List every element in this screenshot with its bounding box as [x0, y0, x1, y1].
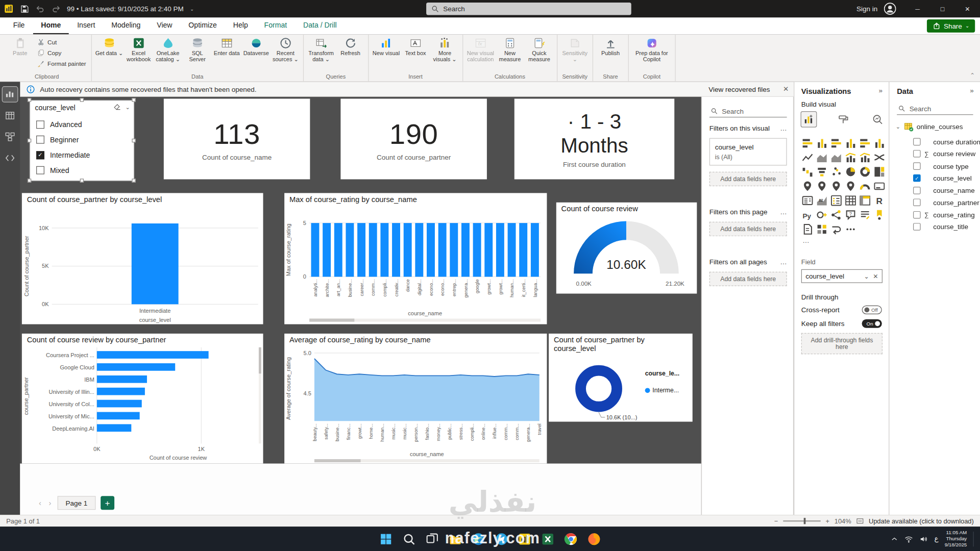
resize-handle[interactable] [80, 98, 84, 102]
zoom-in-icon[interactable]: + [825, 517, 829, 525]
field-checkbox[interactable] [913, 187, 921, 194]
table-view-button[interactable] [3, 108, 17, 123]
slicer-item-beginner[interactable]: Beginner [36, 132, 130, 147]
update-available-link[interactable]: Update available (click to download) [869, 517, 974, 525]
ribbon-button-new-measure[interactable]: New measure [496, 36, 524, 63]
menu-tab-insert[interactable]: Insert [69, 17, 103, 34]
visual-type-scatter-icon[interactable] [830, 165, 842, 178]
field-course-rating[interactable]: ∑course_rating [889, 209, 980, 221]
visual-type-table-icon[interactable] [844, 194, 856, 207]
field-course-title[interactable]: course_title [889, 221, 980, 233]
ribbon-button-recent-sources[interactable]: Recent sources ⌄ [271, 36, 300, 63]
clear-selections-icon[interactable] [113, 104, 121, 111]
visual-type-slicer-icon[interactable] [830, 194, 842, 207]
menu-tab-home[interactable]: Home [33, 17, 69, 34]
ribbon-button-text-box[interactable]: Text box [401, 36, 430, 57]
remove-field-icon[interactable]: ✕ [873, 272, 878, 279]
chevron-down-icon[interactable]: ⌄ [125, 104, 130, 110]
edge-icon[interactable] [471, 531, 486, 546]
visual-type-decomposition-tree-icon[interactable] [830, 209, 842, 221]
visual-type-paginated-report-icon[interactable] [801, 223, 814, 235]
visual-type-smart-narrative-icon[interactable] [859, 209, 871, 221]
bar-archite[interactable] [323, 223, 331, 277]
field-checkbox[interactable] [913, 150, 921, 158]
fit-to-page-icon[interactable] [856, 517, 864, 525]
sign-in-button[interactable]: Sign in [856, 5, 877, 13]
visual-type-matrix-icon[interactable] [859, 194, 871, 207]
slicer-item-advanced[interactable]: Advanced [36, 117, 130, 132]
checkbox[interactable]: ✓ [36, 151, 44, 159]
cross-report-toggle[interactable]: Off [862, 306, 882, 314]
bar-google-cloud[interactable] [97, 363, 175, 371]
slicer-item-mixed[interactable]: Mixed [36, 163, 130, 178]
visual-type-line-icon[interactable] [801, 151, 814, 163]
filters-search-input[interactable]: Search [709, 106, 787, 117]
bar-coursera-project[interactable] [97, 351, 209, 359]
power-bi-icon[interactable] [517, 531, 532, 546]
bar-analyti[interactable] [311, 223, 319, 277]
column-chart-max-rating-by-course[interactable]: Max of course_rating by course_name 50an… [284, 193, 547, 324]
field-course-review[interactable]: ∑course review [889, 148, 980, 160]
resize-handle[interactable] [80, 179, 84, 182]
more-visual-options-icon[interactable]: … [802, 237, 809, 244]
bar-digital[interactable] [415, 223, 423, 277]
visual-type-funnel-icon[interactable] [816, 165, 828, 178]
new-page-button[interactable]: + [101, 496, 114, 510]
bar-langua[interactable] [531, 223, 539, 277]
more-options-icon[interactable]: … [780, 208, 787, 216]
ribbon-button-prep-data-for-copilot[interactable]: Prep data for Copilot [632, 36, 672, 63]
global-search-input[interactable]: Search [426, 3, 631, 15]
bar-ibm[interactable] [97, 375, 147, 383]
dax-query-view-button[interactable] [3, 151, 17, 165]
visual-type-azure-map-icon[interactable] [844, 180, 856, 192]
more-options-icon[interactable]: … [780, 124, 787, 132]
bar-deeplearning-ai[interactable] [97, 424, 131, 432]
menu-tab-file[interactable]: File [5, 17, 33, 34]
field-checkbox[interactable]: ✓ [913, 174, 921, 182]
bar-google[interactable] [473, 223, 481, 277]
banner-close-icon[interactable]: ✕ [783, 85, 789, 93]
ribbon-button-more-visuals[interactable]: More visuals ⌄ [430, 36, 459, 63]
model-view-button[interactable] [3, 129, 17, 144]
report-canvas[interactable]: course_level ⌄ AdvancedBeginner✓Intermed… [20, 97, 701, 464]
ribbon-button-quick-measure[interactable]: Quick measure [525, 36, 553, 63]
menu-tab-help[interactable]: Help [225, 17, 256, 34]
ribbon-button-refresh[interactable]: Refresh [336, 36, 365, 57]
chrome-icon[interactable] [564, 531, 578, 546]
next-page-icon[interactable]: › [47, 498, 53, 507]
resize-handle[interactable] [132, 139, 135, 142]
donut-slice-intermediate[interactable] [581, 370, 617, 407]
field-checkbox[interactable] [913, 223, 921, 231]
bar-university-of-col[interactable] [97, 400, 142, 408]
filters-dropzone[interactable]: Add data fields here [709, 222, 787, 236]
visual-type-gauge-icon[interactable] [859, 180, 871, 192]
field-checkbox[interactable] [913, 138, 921, 145]
field-course-duration[interactable]: course duration [889, 136, 980, 148]
table-online-courses[interactable]: ⌄ online_courses [896, 122, 963, 132]
collapse-pane-icon[interactable]: » [970, 87, 974, 94]
ribbon-button-publish[interactable]: Publish [596, 36, 625, 57]
menu-tab-view[interactable]: View [149, 17, 180, 34]
ribbon-button-dataverse[interactable]: Dataverse [242, 36, 271, 57]
redo-icon[interactable] [51, 4, 60, 13]
resize-handle[interactable] [28, 179, 31, 182]
horizontal-scrollbar[interactable] [314, 459, 361, 462]
bar-university-of-mic[interactable] [97, 412, 140, 420]
excel-icon[interactable] [541, 531, 555, 546]
bar-busine[interactable] [346, 223, 354, 277]
telegram-icon[interactable] [494, 531, 509, 546]
checkbox[interactable] [36, 136, 44, 144]
bar-econo[interactable] [427, 223, 435, 277]
visual-type-metrics-icon[interactable] [873, 209, 886, 221]
file-explorer-icon[interactable] [448, 531, 462, 546]
area-chart-avg-rating-by-course[interactable]: Average of course_rating by course_name … [284, 334, 547, 464]
maximize-button[interactable]: □ [930, 0, 955, 17]
card-count-of-course-name[interactable]: 113 Count of course_name [164, 98, 310, 179]
visual-type-ribbon-icon[interactable] [873, 151, 886, 163]
zoom-slider[interactable] [783, 520, 820, 521]
close-button[interactable]: ✕ [955, 0, 980, 17]
ribbon-button-format-painter[interactable]: Format painter [35, 58, 88, 68]
menu-tab-optimize[interactable]: Optimize [180, 17, 225, 34]
checkbox[interactable] [36, 166, 44, 174]
chevron-down-icon[interactable]: ⌄ [864, 272, 869, 279]
